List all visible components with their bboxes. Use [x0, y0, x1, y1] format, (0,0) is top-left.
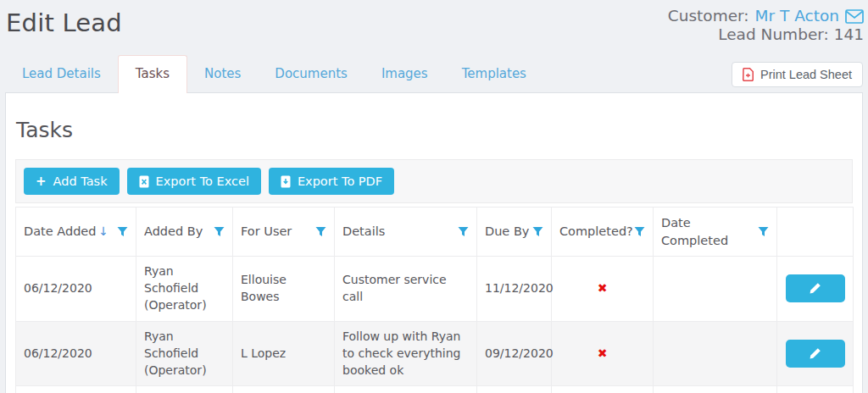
lead-number-value: 141 — [834, 25, 864, 43]
cell-for-user: Ryan Schofield (Operator) — [233, 386, 335, 393]
cell-details: Please call to appoint — [335, 386, 477, 393]
col-header-completed: Completed? — [552, 208, 654, 257]
excel-file-icon — [139, 175, 149, 188]
cell-date-added: 06/12/2020 — [16, 386, 136, 393]
not-completed-icon: ✖ — [598, 346, 608, 360]
tasks-panel: Tasks + Add Task Export To Excel Export — [5, 92, 863, 393]
tasks-table: Date Added ↓ Added By — [15, 207, 854, 393]
table-row: 06/12/2020 Ryan Schofield (Operator) L L… — [16, 321, 854, 386]
lead-number: Lead Number: 141 — [668, 25, 864, 44]
table-header-row: Date Added ↓ Added By — [16, 208, 854, 257]
filter-icon[interactable] — [458, 226, 469, 237]
lead-number-label: Lead Number: — [718, 25, 829, 43]
cell-date-added: 06/12/2020 — [16, 257, 136, 322]
tab-lead-details[interactable]: Lead Details — [5, 56, 118, 92]
sort-desc-icon[interactable]: ↓ — [98, 224, 108, 241]
filter-icon[interactable] — [634, 226, 645, 237]
add-task-label: Add Task — [53, 174, 108, 188]
cell-date-completed — [654, 257, 777, 322]
page-header: Edit Lead Customer: Mr T Acton Lead Numb… — [0, 0, 868, 56]
tab-notes[interactable]: Notes — [187, 56, 258, 92]
col-header-date-added: Date Added ↓ — [16, 208, 136, 257]
cell-due-by: 06/12/2020 — [477, 386, 552, 393]
filter-icon[interactable] — [758, 226, 769, 237]
customer-label: Customer: — [668, 7, 749, 25]
table-row: 06/12/2020 Ryan Schofield (Operator) Rya… — [16, 386, 854, 393]
cell-date-added: 06/12/2020 — [16, 321, 136, 386]
plus-icon: + — [36, 175, 47, 188]
cell-details: Customer service call — [335, 257, 477, 322]
filter-icon[interactable] — [315, 226, 326, 237]
pencil-icon — [809, 347, 821, 360]
table-row: 06/12/2020 Ryan Schofield (Operator) Ell… — [16, 257, 854, 322]
export-pdf-button[interactable]: Export To PDF — [269, 168, 394, 195]
not-completed-icon: ✖ — [598, 281, 608, 295]
col-header-due-by: Due By — [477, 208, 552, 257]
tasks-toolbar: + Add Task Export To Excel Export To PDF — [15, 159, 853, 203]
pencil-icon — [809, 282, 821, 295]
cell-added-by: Ryan Schofield (Operator) — [136, 321, 233, 386]
cell-due-by: 09/12/2020 — [477, 321, 552, 386]
export-excel-label: Export To Excel — [156, 174, 249, 188]
envelope-icon[interactable] — [845, 9, 864, 24]
export-excel-button[interactable]: Export To Excel — [127, 168, 261, 195]
tab-documents[interactable]: Documents — [258, 56, 364, 92]
tab-bar: Lead Details Tasks Notes Documents Image… — [0, 56, 868, 92]
print-lead-sheet-button[interactable]: Print Lead Sheet — [732, 62, 863, 87]
tab-images[interactable]: Images — [364, 56, 445, 92]
cell-added-by: Ryan Schofield (Operator) — [136, 257, 233, 322]
print-lead-sheet-label: Print Lead Sheet — [760, 68, 852, 81]
tasks-heading: Tasks — [16, 118, 853, 142]
cell-due-by: 11/12/2020 — [477, 257, 552, 322]
pdf-file-icon — [743, 68, 754, 81]
customer-info: Customer: Mr T Acton Lead Number: 141 — [668, 7, 864, 44]
filter-icon[interactable] — [117, 226, 128, 237]
col-header-for-user: For User — [233, 208, 335, 257]
col-header-details: Details — [335, 208, 477, 257]
cell-details: Follow up with Ryan to check everything … — [335, 321, 477, 386]
cell-date-completed — [654, 321, 777, 386]
col-header-added-by: Added By — [136, 208, 233, 257]
export-pdf-label: Export To PDF — [298, 174, 382, 188]
add-task-button[interactable]: + Add Task — [24, 168, 120, 195]
filter-icon[interactable] — [532, 226, 543, 237]
cell-date-completed — [654, 386, 777, 393]
pdf-export-file-icon — [281, 175, 291, 188]
filter-icon[interactable] — [214, 226, 225, 237]
tab-tasks[interactable]: Tasks — [118, 55, 187, 93]
tab-templates[interactable]: Templates — [445, 56, 543, 92]
cell-for-user: Ellouise Bowes — [233, 257, 335, 322]
cell-for-user: L Lopez — [233, 321, 335, 386]
cell-added-by: Ryan Schofield (Operator) — [136, 386, 233, 393]
col-header-actions — [777, 208, 854, 257]
col-header-date-completed: Date Completed — [654, 208, 777, 257]
customer-name-link[interactable]: Mr T Acton — [755, 7, 839, 25]
edit-task-button[interactable] — [786, 340, 845, 368]
edit-task-button[interactable] — [786, 274, 845, 302]
